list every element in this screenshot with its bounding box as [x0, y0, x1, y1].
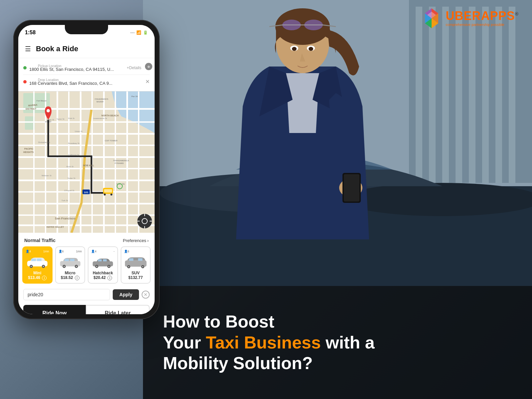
- svg-point-80: [47, 109, 50, 112]
- svg-rect-45: [18, 168, 155, 169]
- hatchback-price-value: $20.42: [93, 275, 106, 280]
- svg-text:HAYES VALLEY: HAYES VALLEY: [47, 226, 64, 228]
- svg-rect-121: [103, 259, 107, 261]
- drop-dot: [23, 80, 27, 83]
- suv-price-value: $132.77: [128, 275, 143, 280]
- hamburger-icon[interactable]: ☰: [25, 45, 31, 53]
- hatchback-name: Hatchback: [91, 271, 115, 275]
- svg-rect-8: [495, 7, 502, 183]
- svg-rect-120: [98, 259, 102, 261]
- details-button[interactable]: +Details: [127, 66, 141, 70]
- promo-input[interactable]: [23, 289, 110, 300]
- svg-text:101: 101: [84, 191, 88, 194]
- svg-rect-28: [344, 174, 359, 201]
- mini-price: $13.46 i: [26, 275, 49, 280]
- battery-icon: 🔋: [143, 30, 148, 35]
- svg-rect-3: [429, 7, 436, 183]
- headline-with-a: with a: [321, 333, 375, 352]
- map-area[interactable]: 101 MARINA DISTRICT PACIFIC HEIGHTS NOB …: [18, 90, 155, 233]
- svg-point-118: [75, 266, 77, 267]
- preferences-label: Preferences: [123, 238, 146, 243]
- car-option-hatchback[interactable]: 👤4 -: [88, 246, 118, 284]
- svg-text:WHARF: WHARF: [96, 101, 104, 103]
- svg-text:Polk St: Polk St: [68, 117, 74, 119]
- headline-line1-text: How to Boost: [163, 312, 274, 331]
- hatchback-info[interactable]: i: [107, 276, 112, 280]
- svg-rect-48: [18, 203, 155, 204]
- svg-rect-53: [57, 90, 58, 233]
- promo-row: Apply ✕: [18, 287, 155, 302]
- svg-rect-82: [104, 189, 112, 193]
- preferences-button[interactable]: Preferences ›: [123, 238, 149, 243]
- ride-now-button[interactable]: Ride Now: [23, 305, 86, 314]
- svg-text:PACIFIC: PACIFIC: [24, 148, 33, 150]
- suv-header: 👤6: [124, 250, 148, 253]
- svg-rect-9: [509, 7, 515, 183]
- apply-button[interactable]: Apply: [113, 289, 139, 300]
- svg-text:Divisadero St: Divisadero St: [38, 141, 50, 143]
- svg-text:Fort Mason: Fort Mason: [37, 100, 47, 102]
- svg-point-111: [43, 266, 44, 267]
- header-title: Book a Ride: [36, 45, 78, 53]
- svg-point-110: [31, 266, 32, 267]
- svg-rect-50: [18, 224, 155, 226]
- traffic-row: Normal Traffic Preferences ›: [18, 236, 155, 245]
- micro-passengers: 👤6: [59, 250, 64, 253]
- svg-text:TRANSAMERICA: TRANSAMERICA: [113, 160, 129, 162]
- wifi-icon: 📶: [136, 30, 141, 35]
- svg-text:O'Farrell St: O'Farrell St: [64, 190, 74, 192]
- headline-your: Your: [163, 333, 206, 352]
- headline-line3-text: Mobility Solution?: [163, 353, 313, 373]
- pickup-row: Pickup Location 1800 Ellis St, San Franc…: [23, 62, 150, 75]
- car-option-micro[interactable]: 👤6 1mn: [55, 246, 85, 284]
- car-option-suv[interactable]: 👤6: [121, 246, 151, 284]
- car-options-row: 👤4 1mn: [18, 246, 155, 284]
- drop-clear[interactable]: ✕: [145, 78, 150, 85]
- svg-rect-113: [64, 259, 68, 261]
- compass-button[interactable]: ⊕: [145, 63, 152, 70]
- headline-taxi-business: Taxi Business: [206, 333, 321, 352]
- svg-point-131: [128, 266, 129, 267]
- svg-text:Leavenworth St: Leavenworth St: [93, 117, 107, 119]
- headline-line3: Mobility Solution?: [163, 353, 375, 373]
- svg-point-124: [96, 266, 97, 267]
- headline-line2: Your Taxi Business with a: [163, 332, 375, 353]
- svg-rect-57: [103, 90, 105, 233]
- svg-point-24: [292, 47, 297, 51]
- svg-point-83: [104, 194, 106, 196]
- svg-text:Bay St: Bay St: [48, 119, 54, 121]
- suv-price: $132.77: [124, 275, 148, 280]
- pickup-input-area[interactable]: Pickup Location 1800 Ellis St, San Franc…: [29, 64, 124, 72]
- micro-info[interactable]: i: [75, 276, 79, 280]
- drop-input-area[interactable]: Drop Location 168 Cervantes Blvd, San Fr…: [29, 77, 143, 86]
- phone-notch: [65, 25, 108, 34]
- ride-later-button[interactable]: Ride Later: [86, 305, 150, 314]
- car-option-mini[interactable]: 👤4 1mn: [22, 246, 53, 284]
- svg-rect-106: [31, 258, 36, 261]
- mini-passengers: 👤4: [26, 250, 31, 253]
- svg-text:DISTRICT: DISTRICT: [26, 108, 37, 110]
- traffic-label: Normal Traffic: [24, 238, 56, 243]
- pickup-dot: [23, 66, 27, 69]
- svg-text:California St: California St: [68, 154, 79, 156]
- svg-rect-6: [469, 7, 475, 183]
- logo-brand: UBERAPPS®: [446, 10, 519, 22]
- mini-info[interactable]: i: [42, 276, 47, 280]
- mini-icon-area: [26, 254, 49, 269]
- pickup-label: Pickup Location: [38, 64, 62, 68]
- hero-image: [143, 0, 532, 286]
- hatchback-time: -: [114, 250, 115, 253]
- suv-car-svg: [124, 256, 148, 268]
- promo-cancel-button[interactable]: ✕: [142, 291, 150, 299]
- svg-rect-127: [129, 258, 133, 261]
- svg-rect-7: [482, 7, 489, 183]
- svg-rect-40: [18, 108, 155, 110]
- phone-frame: 1:58 ···· 📶 🔋 ☰ Book a Ride Pickup Locat…: [13, 20, 160, 319]
- svg-rect-2: [416, 7, 422, 183]
- svg-text:Webster St: Webster St: [42, 175, 52, 177]
- logo-icon: [420, 7, 443, 30]
- map-svg: 101 MARINA DISTRICT PACIFIC HEIGHTS NOB …: [18, 90, 155, 233]
- headline: How to Boost Your Taxi Business with a M…: [163, 311, 375, 373]
- logo-apps: APPS: [481, 9, 515, 23]
- mini-header: 👤4 1mn: [26, 250, 49, 253]
